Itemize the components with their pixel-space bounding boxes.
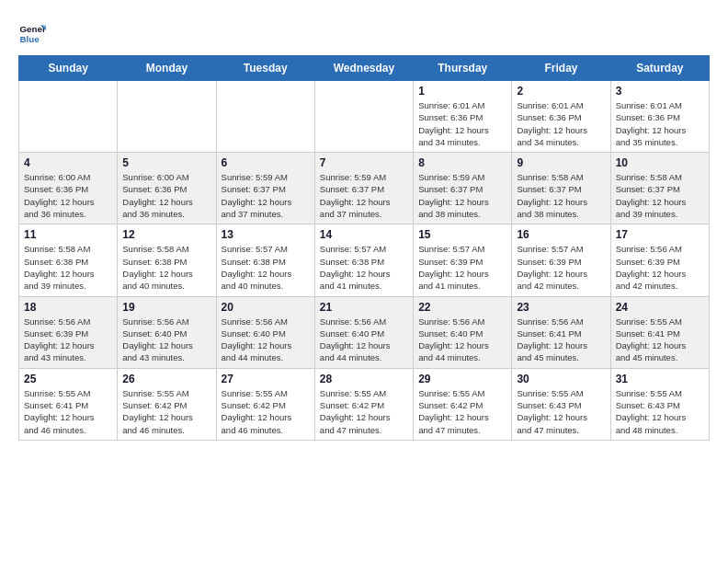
calendar-cell: 18Sunrise: 5:56 AM Sunset: 6:39 PM Dayli… [19,296,118,368]
day-info: Sunrise: 5:55 AM Sunset: 6:42 PM Dayligh… [418,387,506,436]
day-info: Sunrise: 5:55 AM Sunset: 6:43 PM Dayligh… [616,387,704,436]
day-info: Sunrise: 5:59 AM Sunset: 6:37 PM Dayligh… [320,171,408,220]
calendar-week-row: 11Sunrise: 5:58 AM Sunset: 6:38 PM Dayli… [19,224,710,296]
day-info: Sunrise: 6:01 AM Sunset: 6:36 PM Dayligh… [517,99,605,148]
day-info: Sunrise: 5:56 AM Sunset: 6:39 PM Dayligh… [616,243,704,292]
calendar-cell [118,81,216,153]
day-info: Sunrise: 5:56 AM Sunset: 6:40 PM Dayligh… [222,316,310,364]
weekday-header-row: SundayMondayTuesdayWednesdayThursdayFrid… [19,56,710,81]
calendar-cell: 22Sunrise: 5:56 AM Sunset: 6:40 PM Dayli… [414,296,512,368]
day-number: 25 [24,373,112,385]
day-number: 23 [517,301,605,314]
day-number: 12 [122,228,210,241]
calendar-week-row: 4Sunrise: 6:00 AM Sunset: 6:36 PM Daylig… [19,153,710,224]
day-info: Sunrise: 5:55 AM Sunset: 6:41 PM Dayligh… [24,387,112,436]
day-number: 13 [222,228,310,241]
calendar-cell: 24Sunrise: 5:55 AM Sunset: 6:41 PM Dayli… [610,296,709,368]
day-number: 20 [222,301,310,314]
day-number: 8 [418,156,506,169]
day-number: 31 [616,373,704,385]
day-number: 9 [517,156,605,169]
day-info: Sunrise: 5:57 AM Sunset: 6:39 PM Dayligh… [418,243,506,292]
day-number: 7 [320,156,408,169]
day-number: 3 [616,85,704,98]
day-number: 10 [616,156,704,169]
weekday-header: Wednesday [314,56,413,81]
calendar-week-row: 18Sunrise: 5:56 AM Sunset: 6:39 PM Dayli… [19,296,710,368]
calendar-cell: 3Sunrise: 6:01 AM Sunset: 6:36 PM Daylig… [610,81,709,153]
calendar-cell: 20Sunrise: 5:56 AM Sunset: 6:40 PM Dayli… [216,296,314,368]
calendar-cell [314,81,413,153]
calendar-cell: 12Sunrise: 5:58 AM Sunset: 6:38 PM Dayli… [118,224,216,296]
weekday-header: Saturday [610,56,709,81]
day-number: 30 [517,373,605,385]
day-number: 29 [418,373,506,385]
day-info: Sunrise: 6:01 AM Sunset: 6:36 PM Dayligh… [418,99,506,148]
calendar-cell: 9Sunrise: 5:58 AM Sunset: 6:37 PM Daylig… [512,153,610,224]
day-info: Sunrise: 6:00 AM Sunset: 6:36 PM Dayligh… [122,171,210,220]
day-info: Sunrise: 6:00 AM Sunset: 6:36 PM Dayligh… [24,171,112,220]
day-number: 28 [320,373,408,385]
day-number: 26 [122,373,210,385]
weekday-header: Thursday [414,56,512,81]
day-number: 16 [517,228,605,241]
calendar-cell: 14Sunrise: 5:57 AM Sunset: 6:38 PM Dayli… [314,224,413,296]
day-info: Sunrise: 5:58 AM Sunset: 6:38 PM Dayligh… [24,243,112,292]
calendar-cell: 30Sunrise: 5:55 AM Sunset: 6:43 PM Dayli… [512,368,610,440]
day-number: 18 [24,301,112,314]
weekday-header: Sunday [19,56,118,81]
calendar-cell: 2Sunrise: 6:01 AM Sunset: 6:36 PM Daylig… [512,81,610,153]
day-info: Sunrise: 5:59 AM Sunset: 6:37 PM Dayligh… [418,171,506,220]
weekday-header: Friday [512,56,610,81]
calendar-cell [216,81,314,153]
day-info: Sunrise: 5:56 AM Sunset: 6:40 PM Dayligh… [122,316,210,364]
calendar-cell: 8Sunrise: 5:59 AM Sunset: 6:37 PM Daylig… [414,153,512,224]
calendar-cell: 7Sunrise: 5:59 AM Sunset: 6:37 PM Daylig… [314,153,413,224]
day-info: Sunrise: 5:55 AM Sunset: 6:42 PM Dayligh… [320,387,408,436]
calendar-cell: 11Sunrise: 5:58 AM Sunset: 6:38 PM Dayli… [19,224,118,296]
calendar-week-row: 25Sunrise: 5:55 AM Sunset: 6:41 PM Dayli… [19,368,710,440]
day-info: Sunrise: 5:56 AM Sunset: 6:40 PM Dayligh… [418,316,506,364]
day-info: Sunrise: 5:56 AM Sunset: 6:39 PM Dayligh… [24,316,112,364]
calendar-cell: 26Sunrise: 5:55 AM Sunset: 6:42 PM Dayli… [118,368,216,440]
day-info: Sunrise: 5:58 AM Sunset: 6:38 PM Dayligh… [122,243,210,292]
day-number: 4 [24,156,112,169]
day-number: 21 [320,301,408,314]
calendar-cell: 5Sunrise: 6:00 AM Sunset: 6:36 PM Daylig… [118,153,216,224]
day-number: 11 [24,228,112,241]
calendar-cell: 27Sunrise: 5:55 AM Sunset: 6:42 PM Dayli… [216,368,314,440]
calendar-cell: 25Sunrise: 5:55 AM Sunset: 6:41 PM Dayli… [19,368,118,440]
day-info: Sunrise: 5:56 AM Sunset: 6:41 PM Dayligh… [517,316,605,364]
logo: General Blue [18,18,46,46]
day-info: Sunrise: 5:59 AM Sunset: 6:37 PM Dayligh… [222,171,310,220]
day-info: Sunrise: 6:01 AM Sunset: 6:36 PM Dayligh… [616,99,704,148]
day-info: Sunrise: 5:55 AM Sunset: 6:41 PM Dayligh… [616,316,704,364]
day-number: 6 [222,156,310,169]
day-number: 27 [222,373,310,385]
day-number: 1 [418,85,506,98]
calendar-cell: 17Sunrise: 5:56 AM Sunset: 6:39 PM Dayli… [610,224,709,296]
calendar-cell: 31Sunrise: 5:55 AM Sunset: 6:43 PM Dayli… [610,368,709,440]
page-header: General Blue [18,18,710,46]
day-number: 14 [320,228,408,241]
calendar-cell [19,81,118,153]
calendar-cell: 16Sunrise: 5:57 AM Sunset: 6:39 PM Dayli… [512,224,610,296]
calendar-cell: 23Sunrise: 5:56 AM Sunset: 6:41 PM Dayli… [512,296,610,368]
day-number: 19 [122,301,210,314]
day-info: Sunrise: 5:57 AM Sunset: 6:39 PM Dayligh… [517,243,605,292]
day-number: 24 [616,301,704,314]
calendar-cell: 28Sunrise: 5:55 AM Sunset: 6:42 PM Dayli… [314,368,413,440]
day-number: 15 [418,228,506,241]
calendar-cell: 13Sunrise: 5:57 AM Sunset: 6:38 PM Dayli… [216,224,314,296]
weekday-header: Monday [118,56,216,81]
day-number: 2 [517,85,605,98]
calendar-cell: 15Sunrise: 5:57 AM Sunset: 6:39 PM Dayli… [414,224,512,296]
weekday-header: Tuesday [216,56,314,81]
day-info: Sunrise: 5:55 AM Sunset: 6:42 PM Dayligh… [122,387,210,436]
calendar-cell: 10Sunrise: 5:58 AM Sunset: 6:37 PM Dayli… [610,153,709,224]
day-number: 17 [616,228,704,241]
day-info: Sunrise: 5:57 AM Sunset: 6:38 PM Dayligh… [222,243,310,292]
day-info: Sunrise: 5:57 AM Sunset: 6:38 PM Dayligh… [320,243,408,292]
day-info: Sunrise: 5:58 AM Sunset: 6:37 PM Dayligh… [517,171,605,220]
calendar-cell: 19Sunrise: 5:56 AM Sunset: 6:40 PM Dayli… [118,296,216,368]
